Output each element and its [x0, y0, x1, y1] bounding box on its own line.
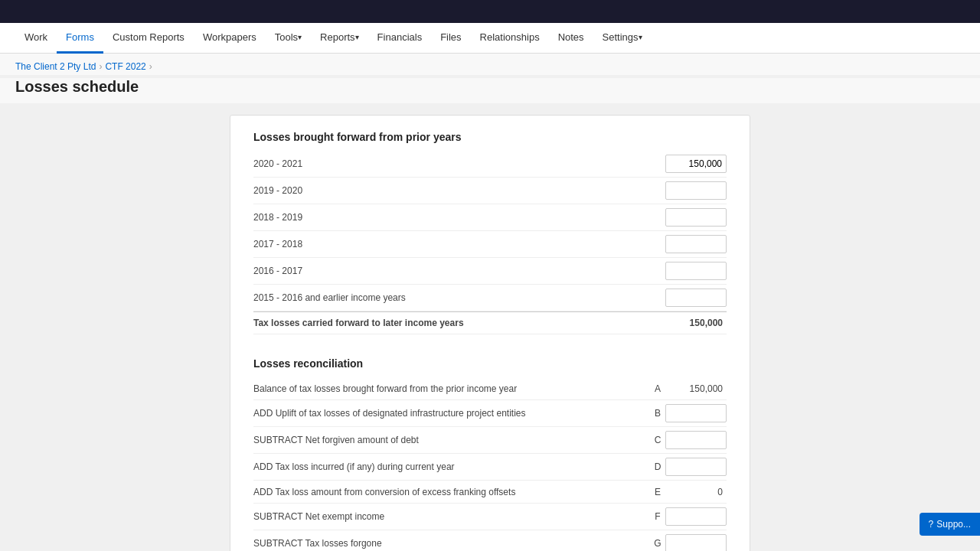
input-2018-2019[interactable]	[665, 208, 727, 227]
label-2018-2019: 2018 - 2019	[253, 212, 665, 223]
top-bar	[0, 0, 980, 23]
input-field-2016-2017[interactable]	[665, 262, 727, 280]
row-2019-2020: 2019 - 2020	[253, 178, 727, 204]
label-2020-2021: 2020 - 2021	[253, 158, 665, 169]
value-E: 0	[665, 487, 727, 497]
row-A: Balance of tax losses brought forward fr…	[253, 377, 727, 400]
row-2018-2019: 2018 - 2019	[253, 204, 727, 231]
input-field-F[interactable]	[665, 507, 727, 526]
input-2020-2021[interactable]	[665, 155, 727, 173]
input-field-2017-2018[interactable]	[665, 235, 727, 253]
breadcrumb-section: The Client 2 Pty Ltd › CTF 2022 ›	[0, 54, 980, 75]
ref-G: G	[650, 538, 665, 549]
nav-settings[interactable]: Settings	[593, 23, 652, 54]
support-button[interactable]: ? Suppo...	[920, 513, 980, 536]
nav-forms[interactable]: Forms	[57, 23, 103, 54]
main-content: Losses brought forward from prior years …	[0, 103, 980, 551]
input-2017-2018[interactable]	[665, 235, 727, 253]
section1-heading: Losses brought forward from prior years	[253, 131, 727, 143]
label-2016-2017: 2016 - 2017	[253, 266, 665, 276]
input-2016-2017[interactable]	[665, 262, 727, 280]
input-D[interactable]	[665, 458, 727, 476]
ref-A: A	[650, 383, 665, 394]
row-D: ADD Tax loss incurred (if any) during cu…	[253, 454, 727, 481]
nav-workpapers[interactable]: Workpapers	[194, 23, 266, 54]
input-field-B[interactable]	[665, 404, 727, 422]
ref-D: D	[650, 461, 665, 472]
row-2020-2021: 2020 - 2021	[253, 151, 727, 178]
input-field-G[interactable]	[665, 534, 727, 551]
breadcrumb-sep1: ›	[99, 61, 102, 72]
nav-tools[interactable]: Tools	[266, 23, 311, 54]
value-A: 150,000	[665, 383, 727, 394]
label-C: SUBTRACT Net forgiven amount of debt	[253, 435, 650, 445]
nav-files[interactable]: Files	[431, 23, 470, 54]
label-A: Balance of tax losses brought forward fr…	[253, 383, 650, 394]
label-2017-2018: 2017 - 2018	[253, 239, 665, 249]
input-field-C[interactable]	[665, 431, 727, 449]
input-field-2020-2021[interactable]	[665, 155, 727, 173]
total-row-section1: Tax losses carried forward to later inco…	[253, 311, 727, 334]
input-B[interactable]	[665, 404, 727, 422]
form-card: Losses brought forward from prior years …	[230, 115, 750, 551]
label-D: ADD Tax loss incurred (if any) during cu…	[253, 461, 650, 472]
ref-E: E	[650, 487, 665, 497]
row-G: SUBTRACT Tax losses forgone G	[253, 530, 727, 551]
row-2016-2017: 2016 - 2017	[253, 258, 727, 285]
input-field-2015-earlier[interactable]	[665, 289, 727, 307]
ref-B: B	[650, 408, 665, 419]
input-field-D[interactable]	[665, 458, 727, 476]
total-value-section1: 150,000	[665, 318, 727, 328]
total-label-section1: Tax losses carried forward to later inco…	[253, 318, 665, 328]
breadcrumb-sep2: ›	[149, 61, 152, 72]
input-2015-earlier[interactable]	[665, 289, 727, 307]
label-2019-2020: 2019 - 2020	[253, 185, 665, 196]
nav-relationships[interactable]: Relationships	[471, 23, 549, 54]
row-B: ADD Uplift of tax losses of designated i…	[253, 400, 727, 427]
label-B: ADD Uplift of tax losses of designated i…	[253, 408, 650, 419]
section2-heading: Losses reconciliation	[253, 357, 727, 370]
ref-F: F	[650, 511, 665, 522]
support-icon: ?	[929, 519, 934, 530]
label-G: SUBTRACT Tax losses forgone	[253, 538, 650, 549]
support-label: Suppo...	[936, 519, 971, 530]
ref-C: C	[650, 435, 665, 445]
nav-notes[interactable]: Notes	[549, 23, 593, 54]
row-2017-2018: 2017 - 2018	[253, 231, 727, 258]
label-2015-earlier: 2015 - 2016 and earlier income years	[253, 292, 665, 303]
label-E: ADD Tax loss amount from conversion of e…	[253, 487, 650, 497]
breadcrumb-client[interactable]: The Client 2 Pty Ltd	[15, 61, 96, 72]
input-field-2019-2020[interactable]	[665, 181, 727, 200]
row-F: SUBTRACT Net exempt income F	[253, 504, 727, 530]
input-field-2018-2019[interactable]	[665, 208, 727, 227]
nav-work[interactable]: Work	[15, 23, 57, 54]
breadcrumb-period[interactable]: CTF 2022	[105, 61, 145, 72]
nav-custom-reports[interactable]: Custom Reports	[103, 23, 194, 54]
breadcrumb: The Client 2 Pty Ltd › CTF 2022 ›	[15, 61, 965, 72]
input-F[interactable]	[665, 507, 727, 526]
nav-reports[interactable]: Reports	[311, 23, 368, 54]
page-title: Losses schedule	[0, 78, 980, 103]
row-C: SUBTRACT Net forgiven amount of debt C	[253, 427, 727, 454]
nav-financials[interactable]: Financials	[368, 23, 432, 54]
input-C[interactable]	[665, 431, 727, 449]
label-F: SUBTRACT Net exempt income	[253, 511, 650, 522]
input-G[interactable]	[665, 534, 727, 551]
input-2019-2020[interactable]	[665, 181, 727, 200]
row-2015-earlier: 2015 - 2016 and earlier income years	[253, 285, 727, 311]
row-E: ADD Tax loss amount from conversion of e…	[253, 481, 727, 504]
main-nav: Work Forms Custom Reports Workpapers Too…	[0, 23, 980, 54]
